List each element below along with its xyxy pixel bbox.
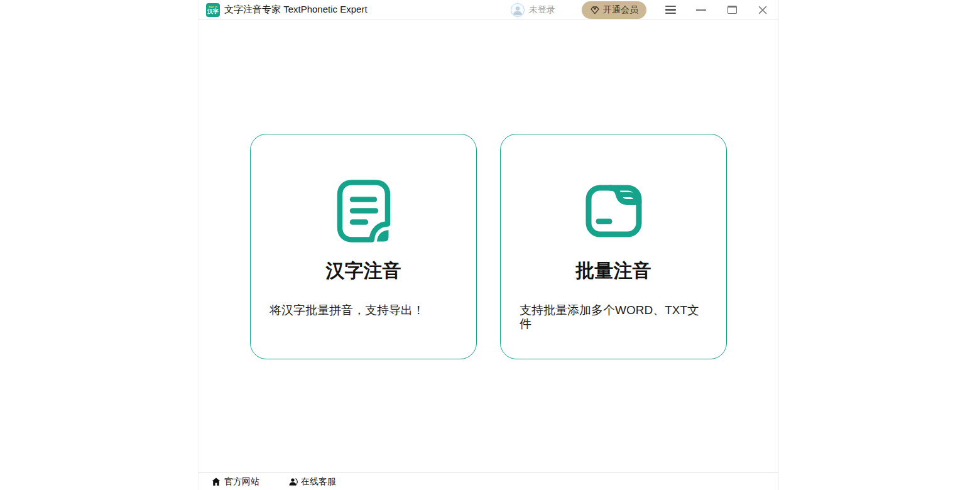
login-label: 未登录	[529, 4, 555, 16]
titlebar: hàn zì 汉字 文字注音专家 TextPhonetic Expert 未登录…	[199, 0, 778, 20]
support-icon	[288, 477, 298, 487]
footer: 官方网站 在线客服	[199, 472, 778, 490]
main-content: 汉字注音 将汉字批量拼音，支持导出！ 批量注音 支持批量添加多个WORD、TXT…	[199, 20, 778, 472]
footer-link-official-site[interactable]: 官方网站	[211, 476, 259, 487]
user-avatar-icon	[511, 3, 525, 17]
footer-link-label: 在线客服	[301, 476, 336, 487]
card-title: 批量注音	[576, 261, 651, 280]
home-icon	[211, 477, 221, 487]
footer-link-label: 官方网站	[224, 476, 259, 487]
folder-icon	[582, 181, 645, 241]
vip-diamond-icon	[590, 5, 600, 15]
maximize-button[interactable]	[722, 1, 741, 19]
vip-button-label: 开通会员	[603, 4, 638, 16]
card-hanzi-zhuyin[interactable]: 汉字注音 将汉字批量拼音，支持导出！	[250, 134, 477, 359]
card-title: 汉字注音	[326, 261, 401, 280]
app-logo-icon: hàn zì 汉字	[206, 3, 220, 17]
app-logo-hanzi: 汉字	[207, 9, 219, 14]
minimize-icon	[696, 9, 706, 11]
vip-button[interactable]: 开通会员	[582, 1, 646, 19]
app-window: hàn zì 汉字 文字注音专家 TextPhonetic Expert 未登录…	[198, 0, 779, 490]
document-icon	[335, 181, 392, 241]
app-logo-pinyin: hàn zì	[209, 5, 217, 8]
card-description: 支持批量添加多个WORD、TXT文件	[501, 303, 726, 332]
footer-link-support[interactable]: 在线客服	[288, 476, 336, 487]
card-description: 将汉字批量拼音，支持导出！	[251, 303, 476, 318]
hamburger-icon	[665, 6, 676, 14]
login-status[interactable]: 未登录	[511, 3, 555, 17]
maximize-icon	[727, 6, 737, 14]
close-button[interactable]	[753, 1, 772, 19]
minimize-button[interactable]	[692, 1, 710, 19]
card-batch-zhuyin[interactable]: 批量注音 支持批量添加多个WORD、TXT文件	[500, 134, 727, 359]
window-controls	[661, 1, 772, 19]
close-icon	[758, 5, 768, 15]
window-title: 文字注音专家 TextPhonetic Expert	[224, 4, 368, 16]
menu-button[interactable]	[661, 1, 680, 19]
